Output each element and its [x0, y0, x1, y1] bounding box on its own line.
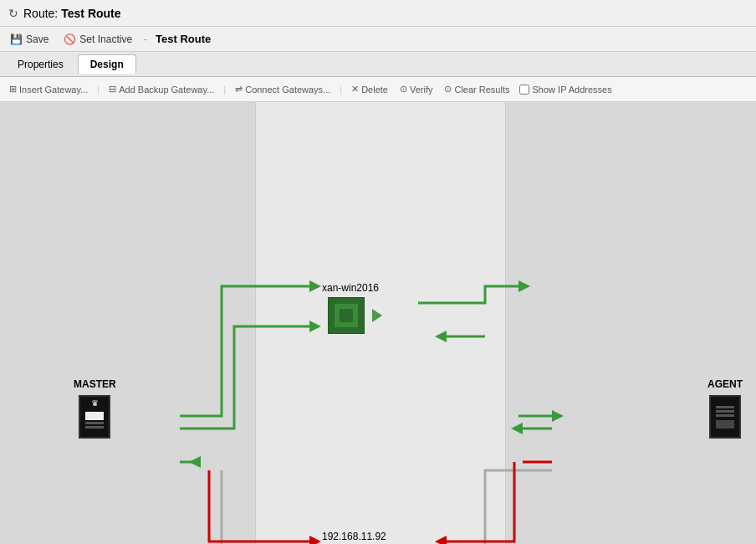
backup-icon: ⊟	[109, 84, 116, 95]
route-icon: ↻	[8, 7, 18, 20]
title-prefix: Route:	[23, 7, 58, 20]
master-node: MASTER ♛	[74, 378, 116, 439]
route-name-display: Test Route	[156, 33, 211, 45]
gateway-top-node: xan-win2016	[322, 282, 379, 334]
gateway-top-label: xan-win2016	[322, 282, 379, 294]
inactive-icon: 🚫	[64, 33, 76, 45]
panel-middle	[255, 102, 506, 544]
connect-gateways-label: Connect Gateways...	[245, 85, 330, 95]
toolbar-separator: -	[144, 33, 147, 45]
agent-server-icon	[709, 395, 741, 439]
verify-label: Verify	[410, 85, 433, 95]
design-toolbar: ⊞ Insert Gateway... | ⊟ Add Backup Gatew…	[0, 77, 756, 102]
gateway-bottom-node: 192.168.11.92	[322, 531, 386, 544]
master-server-icon: ♛	[79, 395, 110, 439]
verify-icon: ⊙	[400, 84, 407, 95]
clear-icon: ⊙	[444, 84, 452, 95]
agent-label: AGENT	[707, 378, 743, 390]
clear-results-button[interactable]: ⊙ Clear Results	[442, 82, 512, 96]
insert-gateway-label: Insert Gateway...	[19, 85, 88, 95]
verify-button[interactable]: ⊙ Verify	[397, 82, 436, 96]
save-button[interactable]: 💾 Save	[7, 32, 52, 47]
agent-node: AGENT	[707, 378, 743, 439]
set-inactive-label: Set Inactive	[79, 33, 132, 45]
insert-icon: ⊞	[9, 84, 17, 95]
show-addresses-checkbox[interactable]	[519, 85, 529, 95]
tab-design[interactable]: Design	[78, 54, 136, 74]
main-toolbar: 💾 Save 🚫 Set Inactive - Test Route	[0, 27, 756, 52]
master-label: MASTER	[74, 378, 116, 390]
gateway-top-icon	[328, 297, 374, 334]
insert-gateway-button[interactable]: ⊞ Insert Gateway...	[7, 82, 90, 96]
set-inactive-button[interactable]: 🚫 Set Inactive	[60, 32, 135, 47]
show-addresses-label[interactable]: Show IP Addresses	[519, 85, 612, 95]
tabs-bar: Properties Design	[0, 52, 756, 77]
add-backup-label: Add Backup Gateway...	[119, 85, 214, 95]
title-bar: ↻ Route: Test Route	[0, 0, 756, 27]
clear-results-label: Clear Results	[454, 85, 509, 95]
panel-right	[506, 102, 756, 544]
canvas-area: MASTER ♛ AGENT xan-win2016	[0, 102, 756, 544]
sep3: |	[340, 85, 342, 95]
page-title: Test Route	[61, 7, 120, 20]
gateway-bottom-label: 192.168.11.92	[322, 531, 386, 542]
delete-label: Delete	[361, 85, 388, 95]
save-icon: 💾	[10, 33, 23, 45]
sep2: |	[223, 85, 226, 95]
save-label: Save	[26, 33, 49, 45]
connect-icon: ⇌	[235, 84, 243, 95]
show-addresses-text: Show IP Addresses	[533, 85, 612, 95]
delete-button[interactable]: ✕ Delete	[349, 82, 391, 96]
delete-icon: ✕	[351, 84, 359, 95]
connect-gateways-button[interactable]: ⇌ Connect Gateways...	[232, 82, 333, 96]
add-backup-button[interactable]: ⊟ Add Backup Gateway...	[106, 82, 217, 96]
panel-left	[0, 102, 255, 544]
sep1: |	[97, 85, 100, 95]
tab-properties[interactable]: Properties	[5, 54, 76, 74]
